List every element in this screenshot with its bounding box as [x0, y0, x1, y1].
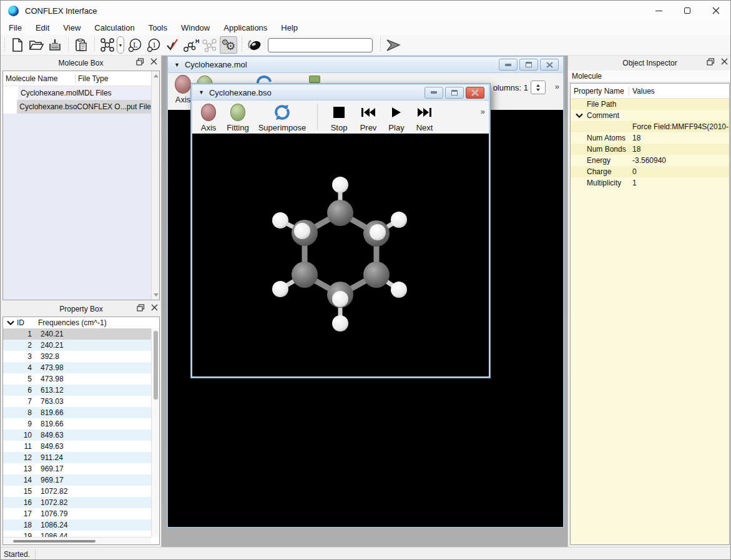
frequency-id-cell[interactable]: 11: [17, 442, 36, 451]
hydrogen-atom[interactable]: [332, 177, 348, 193]
scroll-up-icon[interactable]: [154, 74, 159, 77]
frequency-row[interactable]: 11849.63: [3, 441, 152, 452]
toolbar-handle[interactable]: [2, 37, 6, 52]
frequency-id-cell[interactable]: 16: [17, 498, 36, 507]
label-l-button[interactable]: L: [126, 36, 144, 54]
prev-button[interactable]: Prev: [355, 101, 381, 132]
frequency-row[interactable]: 161072.82: [3, 497, 152, 508]
menu-file[interactable]: File: [2, 21, 29, 34]
molecule-box-scrollbar[interactable]: [151, 71, 159, 300]
frequency-row[interactable]: 181086.24: [3, 519, 152, 531]
check-structure-button[interactable]: [164, 36, 181, 54]
frequency-vscrollbar[interactable]: [151, 328, 159, 537]
add-hydrogen-button[interactable]: H: [182, 36, 200, 54]
frequency-value-cell[interactable]: 240.21: [36, 330, 64, 338]
frequency-row[interactable]: 3392.8: [3, 351, 152, 362]
calculation-settings-button[interactable]: ⚙ ⚙: [220, 36, 237, 54]
frequency-id-cell[interactable]: 10: [17, 431, 36, 440]
float-panel-icon[interactable]: [707, 58, 715, 66]
float-panel-icon[interactable]: [136, 58, 144, 66]
frequency-value-cell[interactable]: 849.63: [36, 431, 64, 440]
frequency-row[interactable]: 12911.24: [3, 452, 152, 463]
menu-help[interactable]: Help: [274, 21, 305, 34]
toolbar-handle[interactable]: [66, 37, 70, 52]
carbon-atom[interactable]: [363, 262, 390, 288]
new-file-button[interactable]: [9, 36, 26, 54]
frequency-id-cell[interactable]: 4: [17, 363, 36, 372]
molecule-table-header[interactable]: Molecule Name File Type: [3, 71, 151, 86]
column-values[interactable]: Values: [629, 87, 729, 96]
mdi-minimize-button[interactable]: [424, 87, 443, 99]
toolbar-handle[interactable]: [378, 37, 382, 52]
scroll-thumb[interactable]: [13, 540, 96, 543]
toolbar-handle[interactable]: [240, 37, 243, 52]
frequency-value-cell[interactable]: 240.21: [36, 341, 64, 350]
frequency-value-cell[interactable]: 473.98: [36, 363, 64, 372]
inspector-row[interactable]: File Path: [571, 99, 729, 110]
superimpose-button[interactable]: Superimpose: [255, 101, 310, 132]
bso-3d-canvas[interactable]: [192, 134, 489, 376]
scroll-down-icon[interactable]: [154, 293, 159, 297]
carbon-atom[interactable]: [292, 262, 318, 288]
object-inspector-titlebar[interactable]: Object Inspector: [568, 56, 731, 71]
axis-button[interactable]: Axis: [196, 101, 221, 132]
save-button[interactable]: [46, 36, 64, 54]
chevron-down-icon[interactable]: [576, 113, 583, 118]
inspector-row[interactable]: Num Bonds18: [571, 144, 729, 155]
mdi-restore-button[interactable]: [445, 87, 464, 99]
frequency-row[interactable]: 2240.21: [3, 340, 152, 351]
carbon-atom[interactable]: [327, 200, 353, 226]
molecule-row[interactable]: Cyclohexane.bsoCONFLEX O...put File: [3, 100, 151, 114]
frequency-row[interactable]: 171076.79: [3, 508, 152, 519]
inspector-row[interactable]: Charge0: [571, 166, 729, 177]
frequency-row[interactable]: 9819.66: [3, 418, 152, 430]
frequency-id-cell[interactable]: 14: [17, 476, 36, 484]
frequency-value-cell[interactable]: 392.8: [36, 352, 59, 361]
inspector-row[interactable]: Energy-3.560940: [571, 155, 729, 166]
close-panel-icon[interactable]: [151, 304, 158, 311]
property-box-titlebar[interactable]: Property Box: [1, 302, 162, 317]
close-panel-icon[interactable]: [721, 58, 728, 65]
frequency-id-cell[interactable]: 6: [17, 386, 36, 395]
frequency-value-cell[interactable]: 1072.82: [36, 487, 67, 496]
toolbar-handle[interactable]: [92, 37, 96, 52]
frequency-row[interactable]: 4473.98: [3, 362, 152, 373]
column-frequencies[interactable]: Frequencies (cm^-1): [38, 318, 107, 327]
minimize-button[interactable]: [644, 1, 673, 21]
inspector-row[interactable]: Force Field:MMFF94S(2010-...: [571, 121, 729, 132]
file-type-cell[interactable]: MDL Files: [76, 89, 151, 97]
frequency-row[interactable]: 1240.21: [3, 328, 152, 340]
spin-up-icon[interactable]: [536, 84, 540, 87]
frequency-value-cell[interactable]: 819.66: [36, 420, 64, 428]
frequency-id-cell[interactable]: 9: [17, 420, 36, 428]
bso-window-titlebar[interactable]: ▼ Cyclohexane.bso: [192, 85, 489, 101]
build-molecule-button[interactable]: [99, 36, 116, 54]
frequency-id-cell[interactable]: 2: [17, 341, 36, 350]
mdi-close-button[interactable]: [466, 87, 484, 99]
paste-button[interactable]: [72, 36, 90, 54]
frequency-value-cell[interactable]: 1086.24: [36, 521, 67, 529]
spin-down-icon[interactable]: [536, 89, 540, 91]
column-file-type[interactable]: File Type: [76, 74, 151, 83]
expander-icon[interactable]: ▼: [199, 89, 204, 96]
menu-edit[interactable]: Edit: [29, 21, 56, 34]
toolbar-overflow-button[interactable]: »: [481, 107, 485, 116]
frequency-row[interactable]: 151072.82: [3, 486, 152, 497]
frequency-id-cell[interactable]: 13: [17, 464, 36, 473]
close-panel-icon[interactable]: [150, 58, 157, 65]
annotate-button[interactable]: [246, 36, 263, 54]
frequency-value-cell[interactable]: 969.17: [36, 476, 64, 484]
hydrogen-atom[interactable]: [332, 291, 348, 307]
molecule-name-cell[interactable]: Cyclohexane.bso: [17, 102, 74, 111]
frequency-row[interactable]: 13969.17: [3, 463, 152, 474]
molecule-box-titlebar[interactable]: Molecule Box: [1, 56, 161, 71]
frequency-id-cell[interactable]: 18: [17, 521, 36, 529]
frequency-row[interactable]: 10849.63: [3, 430, 152, 441]
frequency-value-cell[interactable]: 613.12: [36, 386, 64, 395]
frequency-value-cell[interactable]: 1076.79: [36, 509, 67, 518]
frequency-value-cell[interactable]: 763.03: [36, 397, 64, 406]
hydrogen-atom[interactable]: [272, 212, 288, 228]
inspector-table-header[interactable]: Property Name Values: [571, 84, 729, 99]
conformers-button[interactable]: [201, 36, 218, 54]
run-button[interactable]: [385, 36, 402, 54]
